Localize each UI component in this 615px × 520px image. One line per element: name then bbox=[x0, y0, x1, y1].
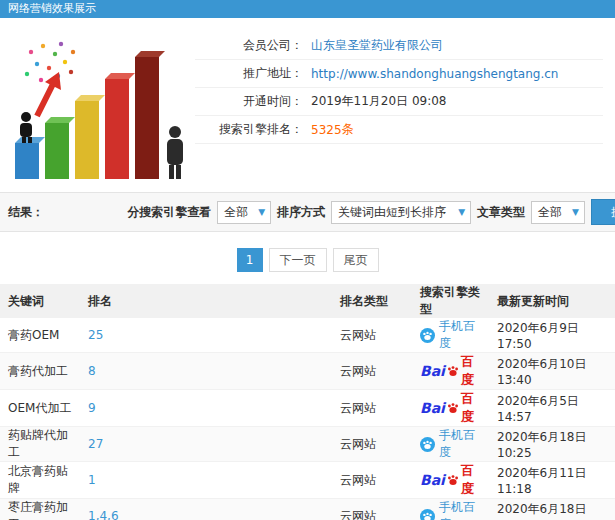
rank-count-suffix: 条 bbox=[342, 121, 354, 138]
rank-cell: 25 bbox=[80, 318, 332, 353]
mobile-baidu-logo: 手机百度 bbox=[420, 318, 481, 352]
engine-cell: 手机百度 bbox=[412, 499, 489, 520]
rank-link[interactable]: 1 bbox=[88, 473, 96, 487]
mobile-baidu-icon bbox=[420, 509, 435, 520]
page-current[interactable]: 1 bbox=[237, 248, 263, 272]
promo-url-link[interactable]: http://www.shandonghuangshengtang.cn bbox=[311, 67, 558, 81]
table-row: 枣庄膏药加工1,4,6云网站手机百度2020年6月18日 10:19 bbox=[0, 499, 615, 520]
mobile-baidu-label: 手机百度 bbox=[439, 499, 481, 520]
company-label: 会员公司： bbox=[195, 37, 303, 54]
info-row-open-time: 开通时间： 2019年11月20日 09:08 bbox=[195, 88, 603, 116]
page-next-button[interactable]: 下一页 bbox=[269, 248, 327, 272]
engine-select[interactable]: 全部 ▼ bbox=[217, 201, 271, 224]
keyword-cell: 枣庄膏药加工 bbox=[0, 499, 80, 520]
pagination: 1 下一页 尾页 bbox=[0, 248, 615, 272]
page-header: 网络营销效果展示 bbox=[0, 0, 615, 18]
baidu-logo-latin: Bai bbox=[420, 400, 445, 416]
rank-type-cell: 云网站 bbox=[332, 353, 412, 390]
updated-cell: 2020年6月18日 10:25 bbox=[489, 427, 615, 462]
company-info: 会员公司： 山东皇圣堂药业有限公司 推广地址： http://www.shand… bbox=[195, 24, 615, 182]
rank-type-cell: 云网站 bbox=[332, 462, 412, 499]
engine-cell: 手机百度 bbox=[412, 427, 489, 462]
rank-type-cell: 云网站 bbox=[332, 499, 412, 520]
mobile-baidu-icon bbox=[420, 437, 435, 452]
rank-link[interactable]: 25 bbox=[88, 328, 103, 342]
mobile-baidu-label: 手机百度 bbox=[439, 318, 481, 352]
filter-group: 分搜索引擎查看 全部 ▼ 排序方式 关键词由短到长排序 ▼ 文章类型 全部 ▼ … bbox=[127, 199, 615, 225]
rank-type-cell: 云网站 bbox=[332, 318, 412, 353]
rank-count-value: 5325 bbox=[311, 123, 342, 137]
baidu-logo-cn: 百度 bbox=[461, 390, 481, 426]
table-row: 北京膏药贴牌1云网站Bai百度2020年6月11日 11:18 bbox=[0, 462, 615, 499]
chevron-down-icon: ▼ bbox=[458, 207, 465, 217]
type-filter-label: 文章类型 bbox=[477, 204, 525, 221]
chevron-down-icon: ▼ bbox=[572, 207, 579, 217]
rank-type-cell: 云网站 bbox=[332, 427, 412, 462]
info-section: 会员公司： 山东皇圣堂药业有限公司 推广地址： http://www.shand… bbox=[0, 18, 615, 182]
engine-cell: Bai百度 bbox=[412, 390, 489, 427]
type-select[interactable]: 全部 ▼ bbox=[531, 201, 585, 224]
keyword-cell: OEM代加工 bbox=[0, 390, 80, 427]
baidu-logo: Bai百度 bbox=[420, 353, 481, 389]
bar-chart-graphic bbox=[3, 24, 193, 182]
rank-cell: 27 bbox=[80, 427, 332, 462]
baidu-logo: Bai百度 bbox=[420, 462, 481, 498]
sort-select-value: 关键词由短到长排序 bbox=[338, 204, 446, 221]
page: { "header": { "title": "网络营销效果展示" }, "in… bbox=[0, 0, 615, 520]
mobile-baidu-icon bbox=[420, 328, 435, 343]
keyword-cell: 膏药OEM bbox=[0, 318, 80, 353]
engine-cell: Bai百度 bbox=[412, 353, 489, 390]
mobile-baidu-label: 手机百度 bbox=[439, 427, 481, 461]
info-row-rank-count: 搜索引擎排名： 5325 条 bbox=[195, 116, 603, 144]
rank-cell: 1,4,6 bbox=[80, 499, 332, 520]
updated-cell: 2020年6月9日 17:50 bbox=[489, 318, 615, 353]
baidu-paw-icon bbox=[446, 401, 460, 415]
rank-cell: 9 bbox=[80, 390, 332, 427]
page-last-button[interactable]: 尾页 bbox=[333, 248, 379, 272]
promo-url-label: 推广地址： bbox=[195, 65, 303, 82]
sort-select[interactable]: 关键词由短到长排序 ▼ bbox=[331, 201, 471, 224]
updated-cell: 2020年6月18日 10:19 bbox=[489, 499, 615, 520]
open-time-label: 开通时间： bbox=[195, 93, 303, 110]
type-select-value: 全部 bbox=[538, 204, 562, 221]
chevron-down-icon: ▼ bbox=[258, 207, 265, 217]
rank-link[interactable]: 9 bbox=[88, 401, 96, 415]
filter-bar: 结果： 分搜索引擎查看 全部 ▼ 排序方式 关键词由短到长排序 ▼ 文章类型 全… bbox=[0, 192, 615, 232]
keyword-cell: 药贴牌代加工 bbox=[0, 427, 80, 462]
col-keyword: 关键词 bbox=[0, 284, 80, 318]
rank-type-cell: 云网站 bbox=[332, 390, 412, 427]
rank-link[interactable]: 8 bbox=[88, 364, 96, 378]
rank-cell: 8 bbox=[80, 353, 332, 390]
table-row: OEM代加工9云网站Bai百度2020年6月5日 14:57 bbox=[0, 390, 615, 427]
table-body: 膏药OEM25云网站手机百度2020年6月9日 17:50膏药代加工8云网站Ba… bbox=[0, 318, 615, 520]
engine-select-value: 全部 bbox=[224, 204, 248, 221]
updated-cell: 2020年6月5日 14:57 bbox=[489, 390, 615, 427]
col-updated: 最新更新时间 bbox=[489, 284, 615, 318]
baidu-logo-latin: Bai bbox=[420, 363, 445, 379]
table-header-row: 关键词 排名 排名类型 搜索引擎类型 最新更新时间 bbox=[0, 284, 615, 318]
baidu-paw-icon bbox=[446, 364, 460, 378]
baidu-logo-cn: 百度 bbox=[461, 353, 481, 389]
rank-link[interactable]: 1,4,6 bbox=[88, 509, 119, 520]
col-engine-type: 搜索引擎类型 bbox=[412, 284, 489, 318]
engine-cell: 手机百度 bbox=[412, 318, 489, 353]
info-row-url: 推广地址： http://www.shandonghuangshengtang.… bbox=[195, 60, 603, 88]
rank-link[interactable]: 27 bbox=[88, 437, 103, 451]
keyword-cell: 北京膏药贴牌 bbox=[0, 462, 80, 499]
sort-filter-label: 排序方式 bbox=[277, 204, 325, 221]
engine-filter-label: 分搜索引擎查看 bbox=[127, 204, 211, 221]
rank-count-label: 搜索引擎排名： bbox=[195, 121, 303, 138]
chart-illustration bbox=[0, 24, 195, 182]
submit-button[interactable]: 提交 bbox=[591, 199, 615, 225]
open-time-value: 2019年11月20日 09:08 bbox=[311, 93, 446, 110]
baidu-logo-latin: Bai bbox=[420, 472, 445, 488]
col-rank: 排名 bbox=[80, 284, 332, 318]
mobile-baidu-logo: 手机百度 bbox=[420, 499, 481, 520]
table-row: 膏药代加工8云网站Bai百度2020年6月10日 13:40 bbox=[0, 353, 615, 390]
engine-cell: Bai百度 bbox=[412, 462, 489, 499]
company-name-link[interactable]: 山东皇圣堂药业有限公司 bbox=[311, 37, 443, 54]
rank-cell: 1 bbox=[80, 462, 332, 499]
info-row-company: 会员公司： 山东皇圣堂药业有限公司 bbox=[195, 32, 603, 60]
col-rank-type: 排名类型 bbox=[332, 284, 412, 318]
mobile-baidu-logo: 手机百度 bbox=[420, 427, 481, 461]
